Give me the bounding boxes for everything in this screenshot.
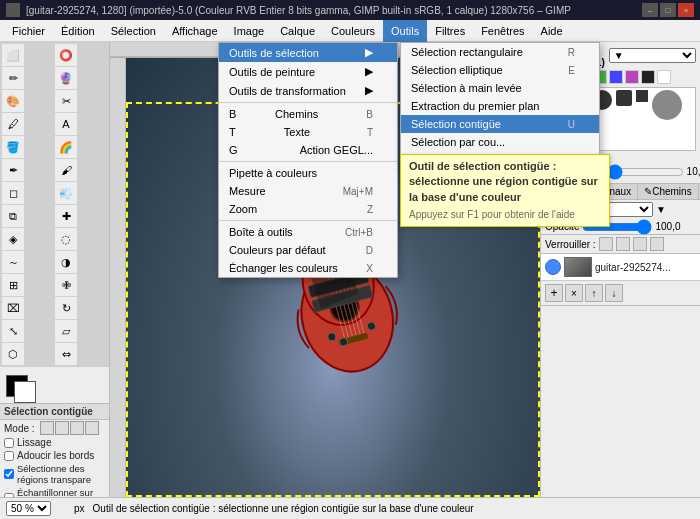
tool-ellipse-select[interactable]: ⭕ — [55, 44, 77, 66]
couleurs-defaut-item[interactable]: Couleurs par défaut D — [219, 241, 397, 259]
tool-move[interactable]: ✙ — [55, 274, 77, 296]
tool-fuzzy-select[interactable]: 🔮 — [55, 67, 77, 89]
brush-preview-5[interactable] — [616, 90, 632, 106]
zoom-item[interactable]: Zoom Z — [219, 200, 397, 218]
tool-blend[interactable]: 🌈 — [55, 136, 77, 158]
tool-dodge-burn[interactable]: ◑ — [55, 251, 77, 273]
tool-heal[interactable]: ✚ — [55, 205, 77, 227]
mesure-item[interactable]: Mesure Maj+M — [219, 182, 397, 200]
tool-paintbrush[interactable]: 🖌 — [55, 159, 77, 181]
extraction-premier-plan[interactable]: Extraction du premier plan — [401, 97, 599, 115]
lock-btn-3[interactable] — [633, 237, 647, 251]
brush-preview-6[interactable] — [636, 90, 648, 102]
mode-btn-4[interactable] — [85, 421, 99, 435]
tool-perspective-clone[interactable]: ◈ — [2, 228, 24, 250]
chemins-item[interactable]: B Chemins B — [219, 105, 397, 123]
tool-eraser[interactable]: ◻ — [2, 182, 24, 204]
outils-transformation-item[interactable]: Outils de transformation ▶ — [219, 81, 397, 100]
echanger-item[interactable]: Échanger les couleurs X — [219, 259, 397, 277]
tool-flip[interactable]: ⇔ — [55, 343, 77, 365]
mode-btn-1[interactable] — [40, 421, 54, 435]
menu-aide[interactable]: Aide — [533, 20, 571, 42]
ciseaux-intelligents[interactable]: Ciseaux intellige... — [401, 151, 599, 169]
menu-outils[interactable]: Outils — [383, 20, 427, 42]
tab-calques[interactable]: Calques — [541, 184, 591, 199]
action-gegl-item[interactable]: G Action GEGL... — [219, 141, 397, 159]
tool-shear[interactable]: ▱ — [55, 320, 77, 342]
texte-item[interactable]: T Texte T — [219, 123, 397, 141]
delete-layer-btn[interactable]: × — [565, 284, 583, 302]
layer-entry[interactable]: guitar-2925274... — [541, 254, 700, 281]
move-layer-up-btn[interactable]: ↑ — [585, 284, 603, 302]
opacity-slider[interactable] — [582, 223, 652, 231]
menu-edition[interactable]: Édition — [53, 20, 103, 42]
selection-rectangulaire[interactable]: Sélection rectangulaire R — [401, 43, 599, 61]
color-swatch-black[interactable] — [641, 70, 655, 84]
tool-text[interactable]: A — [55, 113, 77, 135]
move-layer-down-btn[interactable]: ↓ — [605, 284, 623, 302]
tool-align[interactable]: ⊞ — [2, 274, 24, 296]
tab-canaux[interactable]: Canaux — [591, 184, 638, 199]
lissage-row: Lissage — [0, 436, 109, 449]
pipette-item[interactable]: Pipette à couleurs — [219, 164, 397, 182]
menu-selection[interactable]: Sélection — [103, 20, 164, 42]
menu-fichier[interactable]: Fichier — [4, 20, 53, 42]
tool-free-select[interactable]: ✏ — [2, 67, 24, 89]
zoom-level: 50 % — [6, 501, 66, 516]
lock-btn-2[interactable] — [616, 237, 630, 251]
tab-chemins[interactable]: ✎Chemins — [638, 184, 698, 199]
maximize-button[interactable]: □ — [660, 3, 676, 17]
tool-pencil[interactable]: ✒ — [2, 159, 24, 181]
transparent-checkbox[interactable] — [4, 469, 14, 479]
lock-btn-1[interactable] — [599, 237, 613, 251]
outils-peinture-item[interactable]: Outils de peinture ▶ — [219, 62, 397, 81]
echantillonner-checkbox[interactable] — [4, 493, 14, 497]
menu-image[interactable]: Image — [226, 20, 273, 42]
mode-btn-3[interactable] — [70, 421, 84, 435]
color-swatch-purple[interactable] — [625, 70, 639, 84]
adoucir-checkbox[interactable] — [4, 451, 14, 461]
menu-fenetres[interactable]: Fenêtres — [473, 20, 532, 42]
brush-preview-large[interactable] — [652, 90, 682, 120]
selection-main-levee[interactable]: Sélection à main levée — [401, 79, 599, 97]
pipette-label: Pipette à couleurs — [229, 167, 317, 179]
mode-select-layers[interactable]: Normal — [573, 202, 653, 217]
add-layer-btn[interactable]: + — [545, 284, 563, 302]
tool-convolve[interactable]: ◌ — [55, 228, 77, 250]
tool-clone[interactable]: ⧉ — [2, 205, 24, 227]
selection-par-couleur[interactable]: Sélection par cou... — [401, 133, 599, 151]
background-color[interactable] — [14, 381, 36, 403]
menu-calque[interactable]: Calque — [272, 20, 323, 42]
brush-select[interactable]: ▼ — [609, 48, 696, 63]
tool-rotate[interactable]: ↻ — [55, 297, 77, 319]
tool-perspective[interactable]: ⬡ — [2, 343, 24, 365]
mode-btn-2[interactable] — [55, 421, 69, 435]
menu-affichage[interactable]: Affichage — [164, 20, 226, 42]
boite-item[interactable]: Boîte à outils Ctrl+B — [219, 223, 397, 241]
tool-bucket-fill[interactable]: 🪣 — [2, 136, 24, 158]
tool-paths[interactable]: 🖊 — [2, 113, 24, 135]
minimize-button[interactable]: – — [642, 3, 658, 17]
spacing-slider[interactable] — [604, 168, 684, 176]
layer-name: guitar-2925274... — [595, 262, 671, 273]
tool-scissors[interactable]: ✂ — [55, 90, 77, 112]
tool-scale[interactable]: ⤡ — [2, 320, 24, 342]
tool-crop[interactable]: ⌧ — [2, 297, 24, 319]
selection-contigue[interactable]: Sélection contigüe U — [401, 115, 599, 133]
tool-airbrush[interactable]: 💨 — [55, 182, 77, 204]
color-swatch-blue[interactable] — [609, 70, 623, 84]
tool-rectangle-select[interactable]: ⬜ — [2, 44, 24, 66]
layer-visibility-eye[interactable] — [545, 259, 561, 275]
tool-smudge[interactable]: ～ — [2, 251, 24, 273]
menu-filtres[interactable]: Filtres — [427, 20, 473, 42]
outils-selection-item[interactable]: Outils de sélection ▶ — [219, 43, 397, 62]
menu-couleurs[interactable]: Couleurs — [323, 20, 383, 42]
color-swatch-white[interactable] — [657, 70, 671, 84]
mode-arrow: ▼ — [656, 204, 666, 215]
tool-by-color[interactable]: 🎨 — [2, 90, 24, 112]
lock-btn-4[interactable] — [650, 237, 664, 251]
selection-elliptique[interactable]: Sélection elliptique E — [401, 61, 599, 79]
zoom-select[interactable]: 50 % — [6, 501, 51, 516]
close-button[interactable]: × — [678, 3, 694, 17]
lissage-checkbox[interactable] — [4, 438, 14, 448]
